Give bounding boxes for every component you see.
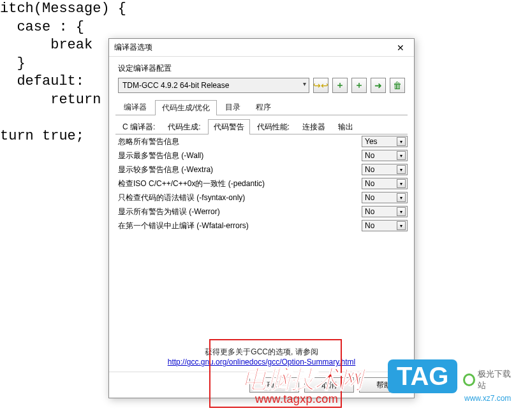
trash-icon: 🗑: [393, 80, 402, 91]
close-button[interactable]: ✕: [390, 41, 411, 55]
delete-set-button[interactable]: 🗑: [390, 78, 405, 93]
compiler-set-value: TDM-GCC 4.9.2 64-bit Release: [122, 81, 229, 90]
option-label: 检查ISO C/C++/C++0x的一致性 (-pedantic): [118, 178, 362, 189]
xz7-url: www.xz7.com: [464, 394, 511, 403]
option-value: No: [365, 193, 374, 202]
option-value-combo[interactable]: No ▾: [362, 206, 408, 217]
option-value-combo[interactable]: No ▾: [362, 220, 408, 231]
main-tabstrip: 编译器 代码生成/优化 目录 程序: [115, 99, 408, 115]
arrows-icon: ↪↩: [313, 80, 328, 91]
section-label: 设定编译器配置: [118, 63, 405, 74]
compiler-options-dialog: 编译器选项 ✕ 设定编译器配置 TDM-GCC 4.9.2 64-bit Rel…: [108, 38, 415, 398]
add-set-button[interactable]: ＋: [332, 78, 348, 93]
subtab-warnings[interactable]: 代码警告: [208, 119, 250, 134]
list-item: 显示较多警告信息 (-Wextra) No ▾: [115, 163, 408, 177]
xz7-logo: 极光下载站 www.xz7.com: [463, 368, 516, 403]
list-item: 显示所有警告为错误 (-Werror) No ▾: [115, 205, 408, 219]
option-label: 显示所有警告为错误 (-Werror): [118, 206, 362, 217]
option-value-combo[interactable]: No ▾: [362, 150, 408, 161]
option-value-combo[interactable]: No ▾: [362, 178, 408, 189]
sub-tabstrip: C 编译器: 代码生成: 代码警告 代码性能: 连接器 输出: [115, 119, 408, 134]
tab-programs[interactable]: 程序: [249, 99, 278, 115]
option-label: 忽略所有警告信息: [118, 136, 362, 147]
option-label: 显示较多警告信息 (-Wextra): [118, 164, 362, 175]
code-background: itch(Message) { case : { break } default…: [0, 0, 126, 146]
rename-set-button[interactable]: ↪↩: [313, 78, 328, 93]
chevron-down-icon: ▾: [397, 193, 406, 202]
list-item: 在第一个错误中止编译 (-Wfatal-errors) No ▾: [115, 219, 408, 233]
chevron-down-icon: ▾: [397, 151, 406, 160]
option-value: No: [365, 179, 374, 188]
plus-copy-icon: ＋: [355, 80, 364, 91]
brand-url-watermark: www.tagxp.com: [255, 393, 338, 406]
tab-directories[interactable]: 目录: [218, 99, 247, 115]
option-value-combo[interactable]: No ▾: [362, 192, 408, 203]
option-label: 只检查代码的语法错误 (-fsyntax-only): [118, 192, 362, 203]
subtab-codegen[interactable]: 代码生成:: [162, 119, 206, 134]
arrow-right-icon: ➜: [374, 80, 382, 91]
option-value: No: [365, 165, 374, 174]
option-value: Yes: [365, 137, 378, 146]
subtab-performance[interactable]: 代码性能:: [251, 119, 295, 134]
list-item: 显示最多警告信息 (-Wall) No ▾: [115, 148, 408, 163]
option-value: No: [365, 221, 374, 230]
brand-watermark: 电脑技术网: [242, 363, 364, 396]
chevron-down-icon: ▾: [397, 221, 406, 230]
warning-options-list: 忽略所有警告信息 Yes ▾ 显示最多警告信息 (-Wall) No ▾ 显示较…: [115, 134, 408, 343]
titlebar[interactable]: 编译器选项 ✕: [109, 39, 414, 57]
chevron-down-icon: ▾: [397, 207, 406, 216]
list-item: 忽略所有警告信息 Yes ▾: [115, 134, 408, 148]
footer-note: 获得更多关于GCC的选项, 请参阅: [115, 347, 408, 358]
subtab-c-compiler[interactable]: C 编译器:: [117, 119, 161, 134]
option-value: No: [365, 151, 374, 160]
chevron-down-icon: ▾: [397, 165, 406, 174]
option-value: No: [365, 207, 374, 216]
tab-codegen[interactable]: 代码生成/优化: [155, 100, 217, 115]
chevron-down-icon: ▾: [397, 137, 406, 146]
list-item: 检查ISO C/C++/C++0x的一致性 (-pedantic) No ▾: [115, 177, 408, 191]
xz7-logo-icon: [463, 373, 475, 386]
tab-compiler[interactable]: 编译器: [117, 99, 154, 115]
plus-icon: ＋: [335, 80, 344, 91]
chevron-down-icon: ▾: [397, 179, 406, 188]
option-value-combo[interactable]: Yes ▾: [362, 136, 408, 147]
chevron-down-icon: ▾: [303, 80, 306, 87]
option-value-combo[interactable]: No ▾: [362, 164, 408, 175]
close-icon: ✕: [397, 43, 404, 53]
dialog-title: 编译器选项: [114, 42, 390, 53]
subtab-output[interactable]: 输出: [332, 119, 359, 134]
xz7-logo-text: 极光下载站: [478, 368, 516, 391]
subtab-linker[interactable]: 连接器: [297, 119, 331, 134]
add-copy-set-button[interactable]: ＋: [351, 78, 367, 93]
list-item: 只检查代码的语法错误 (-fsyntax-only) No ▾: [115, 191, 408, 205]
option-label: 在第一个错误中止编译 (-Wfatal-errors): [118, 221, 362, 231]
tag-badge: TAG: [388, 359, 457, 393]
option-label: 显示最多警告信息 (-Wall): [118, 150, 362, 161]
compiler-set-combo[interactable]: TDM-GCC 4.9.2 64-bit Release ▾: [118, 78, 309, 93]
find-compiler-button[interactable]: ➜: [371, 78, 386, 93]
